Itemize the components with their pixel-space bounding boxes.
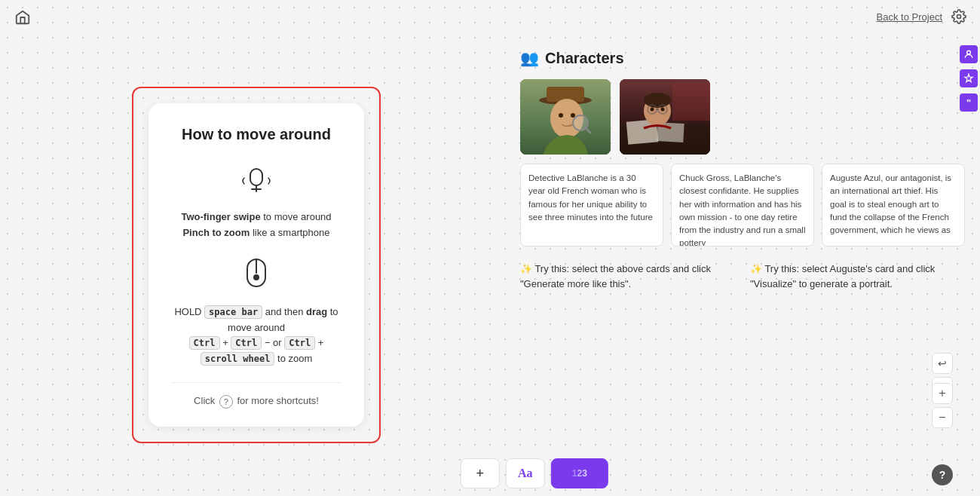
svg-point-11 (559, 113, 563, 118)
spacebar-kbd: space bar (204, 305, 262, 319)
svg-point-21 (644, 93, 671, 108)
svg-point-23 (661, 108, 665, 112)
main-content: How to move around Two-finger swipe to (0, 34, 980, 496)
character-text-cards: Detective LaBlanche is a 30 year old Fre… (520, 164, 965, 246)
svg-point-12 (571, 113, 575, 118)
pinch-rest: like a smartphone (250, 227, 329, 238)
try-this-block-1: ✨ Try this: select the above cards and c… (520, 262, 735, 291)
char3-description: Auguste Azul, our antagonist, is an inte… (830, 173, 951, 234)
top-bar: Back to Project (0, 0, 980, 34)
sidebar-person-icon-btn[interactable] (960, 45, 978, 63)
home-icon[interactable] (12, 7, 33, 28)
character-images (520, 79, 965, 155)
right-panel: 👥 Characters (513, 34, 980, 496)
drag-instructions: HOLD space bar and then drag to move aro… (171, 305, 341, 367)
char1-description: Detective LaBlanche is a 30 year old Fre… (528, 173, 653, 222)
footer-rest: for more shortcuts! (234, 395, 319, 406)
character-image-1[interactable] (520, 79, 611, 155)
char2-description: Chuck Gross, LaBlanche's closest confida… (679, 173, 805, 246)
ctrl-scroll-rest: to zoom (274, 353, 312, 364)
shortcut-footer: Click ? for more shortcuts! (171, 395, 341, 409)
char3-text-card[interactable]: Auguste Azul, our antagonist, is an inte… (822, 164, 965, 246)
gesture-icon (238, 161, 274, 197)
zoom-in-button[interactable]: + (932, 383, 953, 404)
divider (171, 382, 341, 383)
numbered-element-button[interactable]: 123 (551, 458, 608, 488)
sidebar-quote-icon-btn[interactable]: " (960, 93, 978, 112)
back-to-project-link[interactable]: Back to Project (877, 11, 942, 23)
gesture-instructions: Two-finger swipe to move around Pinch to… (171, 210, 341, 241)
try-this-block-2: ✨ Try this: select Auguste's card and cl… (750, 262, 965, 291)
ctrl-kbd-3: Ctrl (284, 336, 315, 350)
text-element-button[interactable]: Aa (506, 458, 545, 488)
pinch-bold: Pinch to zoom (182, 227, 250, 238)
svg-point-6 (254, 275, 259, 280)
hold-text: HOLD (174, 306, 204, 317)
try-this-text-2: ✨ Try this: select Auguste's card and cl… (750, 262, 965, 291)
gear-icon[interactable] (951, 9, 968, 26)
minus-sign: − (265, 337, 271, 348)
scroll-wheel-kbd: scroll wheel (201, 352, 275, 366)
svg-rect-19 (672, 83, 710, 121)
ctrl-kbd-1: Ctrl (189, 336, 220, 350)
char1-text-card[interactable]: Detective LaBlanche is a 30 year old Fre… (520, 164, 663, 246)
swipe-bold: Two-finger swipe (181, 211, 260, 222)
try-this-text-1: ✨ Try this: select the above cards and c… (520, 262, 735, 291)
swipe-rest: to move around (261, 211, 332, 222)
left-panel: How to move around Two-finger swipe to (0, 34, 513, 496)
characters-section-icon: 👥 (520, 49, 539, 67)
svg-point-27 (967, 51, 971, 54)
svg-point-0 (957, 14, 961, 18)
try-this-section: ✨ Try this: select the above cards and c… (520, 262, 965, 291)
drag-bold: drag (306, 306, 327, 317)
top-right-actions: Back to Project (877, 9, 968, 26)
help-button[interactable]: ? (932, 464, 953, 485)
add-element-button[interactable]: + (461, 458, 500, 488)
characters-title: Characters (545, 50, 624, 67)
zoom-controls: + − (932, 383, 953, 428)
tutorial-card: How to move around Two-finger swipe to (149, 103, 364, 427)
character-image-2[interactable] (620, 79, 710, 155)
svg-rect-1 (250, 169, 262, 185)
mouse-icon (243, 256, 270, 292)
char2-placeholder (620, 79, 710, 155)
right-sidebar: " (957, 38, 980, 119)
char1-placeholder (520, 79, 611, 155)
char2-text-card[interactable]: Chuck Gross, LaBlanche's closest confida… (671, 164, 814, 246)
footer-click: Click (194, 395, 218, 406)
then-drag-text: and then (262, 306, 306, 317)
tutorial-title: How to move around (171, 126, 341, 143)
tutorial-container: How to move around Two-finger swipe to (132, 87, 381, 443)
question-mark-icon[interactable]: ? (219, 395, 233, 409)
bottom-toolbar: + Aa 123 (461, 458, 608, 488)
svg-point-22 (651, 108, 654, 112)
zoom-out-button[interactable]: − (932, 407, 953, 428)
undo-button[interactable]: ↩ (932, 353, 953, 374)
ctrl-kbd-2: Ctrl (231, 336, 262, 350)
characters-header: 👥 Characters (520, 49, 965, 67)
plus-sign: + (222, 337, 228, 348)
sidebar-sparkle-icon-btn[interactable] (960, 69, 978, 87)
